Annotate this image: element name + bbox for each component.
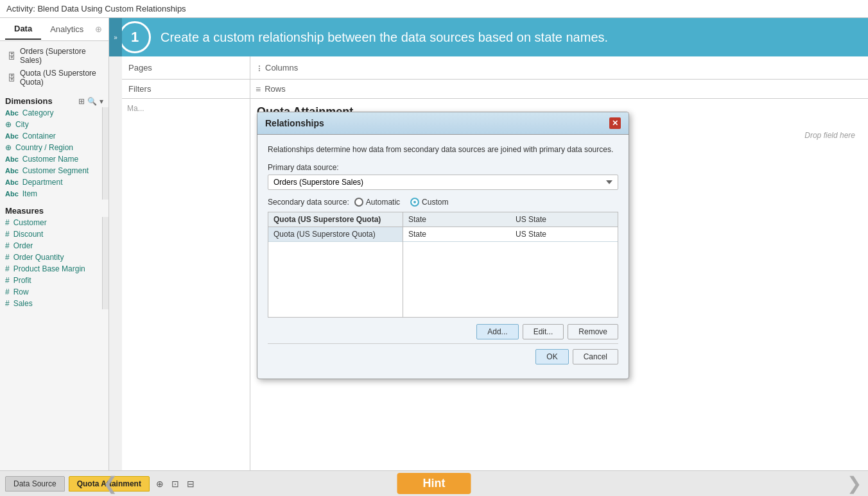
bottom-icon-1[interactable]: ⊕: [153, 477, 166, 490]
radio-automatic-btn[interactable]: [354, 198, 363, 207]
activity-bar: Activity: Blend Data Using Custom Relati…: [0, 0, 868, 18]
activity-title: Activity: Blend Data Using Custom Relati…: [6, 4, 186, 13]
drop-hint: Drop field here: [804, 131, 855, 140]
hash-icon-4: #: [5, 253, 10, 262]
table-right-row-1[interactable]: State US State: [403, 227, 618, 242]
search-icon[interactable]: 🔍: [87, 97, 97, 106]
radio-custom-label: Custom: [422, 198, 448, 207]
type-abc-icon-6: Abc: [5, 190, 19, 198]
dim-city[interactable]: ⊕ City: [0, 119, 108, 130]
meas-product-base-margin[interactable]: # Product Base Margin: [0, 263, 108, 275]
tab-data[interactable]: Data: [5, 19, 41, 40]
radio-custom-btn[interactable]: [410, 198, 419, 207]
main-second-bar: Filters ≡ Rows: [122, 80, 868, 99]
tab-analytics[interactable]: Analytics: [41, 19, 92, 39]
dim-item[interactable]: Abc Item: [0, 188, 108, 200]
table-right-body: State US State: [403, 227, 618, 317]
cell-usstate: US State: [510, 227, 618, 242]
meas-sales[interactable]: # Sales: [0, 298, 108, 309]
main-area: Pages ⫶ Columns Filters ≡ Rows Ma... Quo…: [122, 56, 868, 470]
dim-category-label: Category: [22, 108, 54, 117]
dim-item-label: Item: [22, 189, 37, 198]
meas-row[interactable]: # Row: [0, 286, 108, 298]
add-button[interactable]: Add...: [476, 324, 518, 339]
hash-icon-5: #: [5, 264, 10, 273]
nav-right-button[interactable]: ❯: [847, 473, 862, 494]
dim-country-label: Country / Region: [15, 143, 73, 152]
table-left-row[interactable]: Quota (US Superstore Quota): [268, 227, 403, 242]
pages-label: Pages: [128, 63, 152, 73]
datasource-label-quota: Quota (US Superstore Quota): [20, 69, 101, 87]
ok-button[interactable]: OK: [535, 349, 568, 364]
type-abc-icon-2: Abc: [5, 132, 19, 140]
dialog-header: Relationships ✕: [257, 112, 629, 135]
dim-customer-segment[interactable]: Abc Customer Segment: [0, 165, 108, 176]
dimensions-title: Dimensions: [5, 96, 53, 106]
collapse-button[interactable]: »: [109, 18, 122, 56]
type-abc-icon-3: Abc: [5, 155, 19, 163]
dimensions-scrollbar[interactable]: [102, 107, 108, 200]
primary-datasource-select[interactable]: Orders (Superstore Sales): [268, 175, 618, 190]
dim-customer-name[interactable]: Abc Customer Name: [0, 153, 108, 165]
meas-sales-label: Sales: [13, 299, 33, 308]
secondary-row: Secondary data source: Automatic Custom: [268, 198, 618, 207]
table-right-col2: US State: [510, 212, 618, 227]
rows-label: Rows: [265, 84, 286, 94]
hint-button[interactable]: Hint: [397, 473, 471, 494]
datasource-icon-quota: 🗄: [8, 73, 16, 83]
globe-icon-2: ⊕: [5, 143, 12, 152]
right-panel: Quota Attainment Drop field here Relatio…: [250, 99, 868, 470]
edit-button[interactable]: Edit...: [523, 324, 564, 339]
datasource-label-orders: Orders (Superstore Sales): [20, 47, 101, 65]
cell-state: State: [403, 227, 510, 242]
dimensions-list: Abc Category ⊕ City Abc Container ⊕ Coun…: [0, 107, 108, 200]
meas-discount[interactable]: # Discount: [0, 228, 108, 240]
radio-automatic[interactable]: Automatic: [354, 198, 400, 207]
meas-order-quantity[interactable]: # Order Quantity: [0, 252, 108, 263]
remove-button[interactable]: Remove: [568, 324, 618, 339]
filters-section: Filters: [122, 80, 250, 98]
bottom-icon-3[interactable]: ⊟: [184, 477, 197, 490]
measures-header: Measures: [0, 203, 108, 217]
meas-order-label: Order: [13, 241, 33, 250]
nav-left-button[interactable]: ❮: [103, 473, 117, 494]
dialog-title: Relationships: [265, 118, 324, 128]
bottom-icon-2[interactable]: ⊡: [169, 477, 182, 490]
cancel-button[interactable]: Cancel: [573, 349, 618, 364]
meas-customer-label: Customer: [13, 218, 47, 227]
radio-group: Automatic Custom: [354, 198, 449, 207]
hash-icon-1: #: [5, 218, 10, 227]
datasource-orders[interactable]: 🗄 Orders (Superstore Sales): [5, 45, 103, 67]
meas-order[interactable]: # Order: [0, 240, 108, 252]
measures-scroll: # Customer # Discount # Order # Order Qu…: [0, 217, 108, 309]
relationships-dialog: Relationships ✕ Relationships determine …: [257, 112, 629, 379]
secondary-label: Secondary data source:: [268, 198, 349, 207]
tab-datasource[interactable]: Data Source: [5, 476, 65, 492]
dim-category[interactable]: Abc Category: [0, 107, 108, 119]
table-right-col1: State: [403, 212, 510, 227]
dimensions-icons: ⊞ 🔍 ▾: [78, 97, 103, 106]
meas-profit[interactable]: # Profit: [0, 275, 108, 286]
type-abc-icon-4: Abc: [5, 167, 19, 175]
radio-automatic-label: Automatic: [366, 198, 400, 207]
globe-icon: ⊕: [5, 120, 12, 129]
datasource-quota[interactable]: 🗄 Quota (US Superstore Quota): [5, 67, 103, 89]
dialog-description: Relationships determine how data from se…: [268, 144, 618, 155]
pages-section: Pages: [122, 56, 250, 79]
measures-scrollbar[interactable]: [102, 217, 108, 309]
left-panel: Ma...: [122, 99, 250, 470]
radio-custom[interactable]: Custom: [410, 198, 448, 207]
dim-country-region[interactable]: ⊕ Country / Region: [0, 142, 108, 153]
measures-title: Measures: [5, 206, 44, 216]
main-top-bar: Pages ⫶ Columns: [122, 56, 868, 80]
grid-icon[interactable]: ⊞: [78, 97, 85, 106]
meas-pbm-label: Product Base Margin: [13, 264, 85, 273]
columns-section: ⫶ Columns: [250, 63, 868, 73]
dim-department-label: Department: [22, 178, 63, 187]
dim-container[interactable]: Abc Container: [0, 130, 108, 142]
sort-icon[interactable]: ▾: [100, 97, 103, 106]
meas-customer[interactable]: # Customer: [0, 217, 108, 228]
dim-department[interactable]: Abc Department: [0, 176, 108, 188]
dialog-close-button[interactable]: ✕: [609, 117, 621, 129]
hash-icon-2: #: [5, 230, 10, 239]
